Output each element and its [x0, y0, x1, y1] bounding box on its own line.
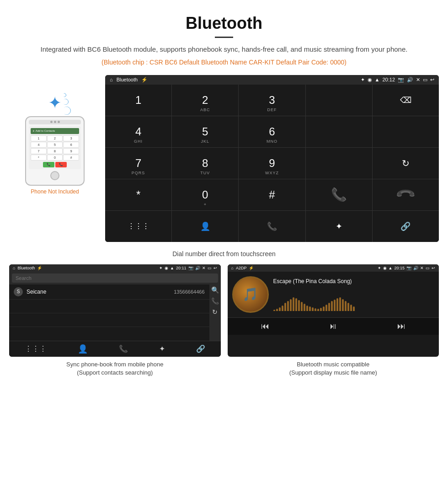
dial-backspace[interactable]: ⌫: [373, 85, 439, 116]
phonebook-panel: ⌂ Bluetooth ⚡ ✦ ◉ ▲ 20:11 📷 🔊 ✕ ▭ ↩: [9, 264, 221, 379]
phone-key-8: 8: [47, 148, 63, 154]
music-status-left: ⌂ A2DP ⚡: [231, 266, 254, 270]
music-status-right: ✦ ◉ ▲ 20:15 📷 🔊 ✕ ▭ ↩: [378, 266, 435, 270]
dial-key-hash[interactable]: #: [239, 179, 305, 210]
phone-key-6: 6: [63, 142, 79, 148]
eq-bar: [334, 300, 336, 311]
pb-link-btn[interactable]: 🔗: [196, 344, 205, 353]
music-play-pause-btn[interactable]: ⏯: [329, 322, 337, 331]
pb-back-icon[interactable]: ↩: [213, 266, 217, 270]
dial-key-0[interactable]: 0+: [172, 179, 238, 210]
phone-key-4: 4: [31, 142, 47, 148]
music-next-btn[interactable]: ⏭: [397, 322, 405, 331]
close-icon[interactable]: ✕: [416, 77, 420, 83]
eq-bar: [336, 298, 338, 311]
dial-refresh[interactable]: ↻: [373, 148, 439, 179]
dial-apps-icon[interactable]: ⋮⋮⋮: [105, 211, 171, 242]
music-back-icon[interactable]: ↩: [432, 266, 435, 270]
dial-end-red[interactable]: 📞: [373, 179, 439, 210]
music-screen-icon[interactable]: ▭: [426, 266, 430, 270]
pb-bottom-bar: ⋮⋮⋮ 👤 📞 ✦ 🔗: [9, 341, 221, 357]
music-info: Escape (The Pina Colada Song): [273, 278, 435, 311]
pb-search-input[interactable]: [12, 274, 218, 283]
pb-app-name: Bluetooth: [17, 266, 35, 270]
wave-3: [61, 105, 72, 116]
dial-phone-icon[interactable]: 📞: [239, 211, 305, 242]
pb-contacts-list: S Seicane 13566664466: [9, 284, 209, 341]
music-vol-icon[interactable]: 🔊: [413, 266, 418, 270]
pb-status-left: ⌂ Bluetooth ⚡: [13, 266, 42, 270]
eq-bar: [353, 306, 355, 311]
dial-contacts-icon[interactable]: 👤: [172, 211, 238, 242]
phone-keypad: 1 2 3 4 5 6 7 8 9 * 0 #: [31, 135, 79, 161]
location-icon: ◉: [368, 77, 372, 83]
pb-home-icon[interactable]: ⌂: [13, 266, 15, 270]
dial-bluetooth-icon[interactable]: ✦: [306, 211, 372, 242]
pb-call-btn[interactable]: 📞: [119, 344, 128, 353]
eq-bar: [323, 306, 325, 311]
app-name-label: Bluetooth: [117, 77, 138, 82]
music-cam-icon[interactable]: 📷: [406, 266, 411, 270]
phone-key-hash: #: [63, 155, 79, 161]
pb-bt-btn[interactable]: ✦: [159, 344, 165, 353]
pb-contact-item[interactable]: S Seicane 13566664466: [9, 284, 209, 300]
dial-empty-3: [373, 116, 439, 147]
phone-end-btn: 📞: [55, 162, 67, 167]
back-icon[interactable]: ↩: [430, 77, 434, 83]
music-usb-icon: ⚡: [249, 266, 254, 270]
music-close-icon[interactable]: ✕: [420, 266, 424, 270]
bluetooth-icon: ✦: [48, 93, 62, 113]
pb-refresh-side-icon[interactable]: ↻: [212, 308, 218, 316]
pb-close-icon[interactable]: ✕: [202, 266, 206, 270]
pb-content-row: S Seicane 13566664466 🔍 📞 ↻: [9, 284, 221, 341]
music-prev-btn[interactable]: ⏮: [261, 322, 269, 331]
pb-screen-icon[interactable]: ▭: [208, 266, 212, 270]
eq-bar: [276, 309, 278, 311]
main-caption: Dial number direct from touchscreen: [0, 247, 448, 264]
dial-key-8[interactable]: 8TUV: [172, 148, 238, 179]
dial-key-7[interactable]: 7PQRS: [105, 148, 171, 179]
dial-key-star[interactable]: *: [105, 179, 171, 210]
phone-dot: [58, 121, 60, 123]
volume-icon[interactable]: 🔊: [407, 77, 413, 83]
dial-call-green[interactable]: 📞: [306, 179, 372, 210]
music-wifi-icon: ▲: [389, 266, 393, 270]
wave-1: [62, 92, 67, 97]
dial-key-4[interactable]: 4GHI: [105, 116, 171, 147]
pb-phone-side-icon[interactable]: 📞: [211, 297, 219, 305]
pb-contacts-btn[interactable]: 👤: [78, 344, 88, 354]
dial-key-9[interactable]: 9WXYZ: [239, 148, 305, 179]
dial-empty-4: [306, 148, 372, 179]
phone-key-2: 2: [47, 135, 63, 141]
dial-key-2[interactable]: 2ABC: [172, 85, 238, 116]
contact-empty-1: [9, 300, 209, 313]
music-controls: ⏮ ⏯ ⏭: [228, 317, 439, 335]
dial-key-1[interactable]: 1: [105, 85, 171, 116]
phone-home-button: [50, 171, 59, 180]
eq-bar: [345, 301, 347, 311]
pb-vol-icon[interactable]: 🔊: [195, 266, 200, 270]
eq-bar: [320, 308, 322, 311]
main-content-area: ✦ + Add to Contacts 1 2: [0, 75, 448, 242]
dial-key-3[interactable]: 3DEF: [239, 85, 305, 116]
dial-key-6[interactable]: 6MNO: [239, 116, 305, 147]
phonebook-screen: ⌂ Bluetooth ⚡ ✦ ◉ ▲ 20:11 📷 🔊 ✕ ▭ ↩: [9, 264, 221, 357]
phone-action-btns: 📞 📞: [31, 162, 79, 167]
music-home-icon[interactable]: ⌂: [231, 266, 234, 270]
home-icon[interactable]: ⌂: [110, 77, 113, 82]
pb-cam-icon[interactable]: 📷: [188, 266, 193, 270]
pb-status-bar: ⌂ Bluetooth ⚡ ✦ ◉ ▲ 20:11 📷 🔊 ✕ ▭ ↩: [9, 264, 221, 272]
screen-icon[interactable]: ▭: [423, 77, 427, 83]
pb-search-side-icon[interactable]: 🔍: [211, 286, 219, 294]
pb-apps-btn[interactable]: ⋮⋮⋮: [25, 344, 47, 353]
contact-letter: S: [14, 287, 23, 296]
music-equalizer: [273, 288, 435, 311]
music-app-name: A2DP: [236, 266, 247, 270]
music-time: 20:15: [394, 266, 405, 270]
dial-key-5[interactable]: 5JKL: [172, 116, 238, 147]
music-screen: ⌂ A2DP ⚡ ✦ ◉ ▲ 20:15 📷 🔊 ✕ ▭ ↩: [228, 264, 439, 357]
pb-search-area: [9, 272, 221, 284]
camera-icon[interactable]: 📷: [398, 77, 404, 83]
dial-link-icon[interactable]: 🔗: [373, 211, 439, 242]
phone-dot: [54, 121, 56, 123]
